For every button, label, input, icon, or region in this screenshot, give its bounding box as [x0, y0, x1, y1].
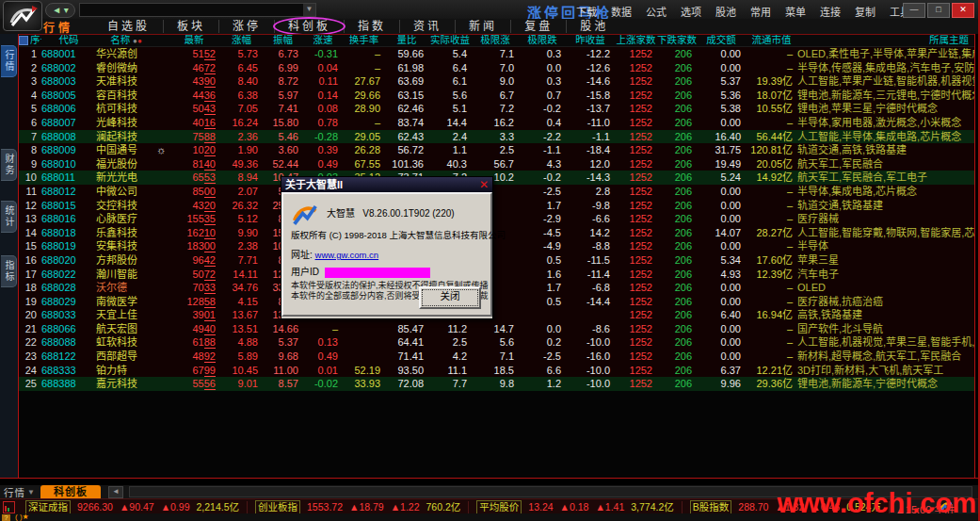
cell: -14.3	[566, 171, 615, 185]
table-row[interactable]: 11688012中微公司85002.075.74-2.52.812522060.…	[19, 185, 974, 199]
nav-tab-8[interactable]: 股池	[567, 20, 621, 33]
col-header-9[interactable]: 量比	[385, 35, 428, 46]
table-row[interactable]: 9688010福光股份814049.3652.440.4967.55101.36…	[19, 157, 974, 171]
cell: 6553	[168, 171, 220, 185]
table-row[interactable]: 25688388嘉元科技55569.018.57-0.0233.9372.087…	[19, 377, 974, 391]
nav-tab-6[interactable]: 新闻	[456, 20, 511, 33]
col-header-3[interactable]	[156, 35, 168, 46]
col-header-7[interactable]: 涨速	[303, 35, 343, 46]
col-header-14[interactable]: 上涨家数	[615, 35, 657, 46]
side-tab-3[interactable]: 指标	[1, 255, 17, 287]
index-value: 9266.30	[77, 501, 113, 513]
cell: 206	[657, 335, 697, 350]
table-row[interactable]: 13688016心脉医疗155355.128.80-2.9-6.61252206…	[19, 212, 974, 226]
menu-item-3[interactable]: 选项	[681, 4, 701, 19]
cell: -2.9	[519, 212, 566, 226]
col-header-16[interactable]: 成交额	[697, 35, 746, 46]
col-header-15[interactable]: 下跌家数	[657, 35, 697, 46]
side-tab-2[interactable]: 统计	[1, 201, 17, 233]
menu-item-0[interactable]: 下载	[576, 4, 597, 19]
nav-tab-1[interactable]: 板块	[164, 20, 219, 33]
col-header-11[interactable]: 极限涨	[472, 35, 519, 46]
nav-tab-0[interactable]: 自选股	[94, 20, 164, 33]
back-button[interactable]: ◄ ▾	[45, 3, 75, 18]
col-header-4[interactable]: 最新	[168, 35, 220, 46]
nav-tab-5[interactable]: 资讯	[400, 20, 456, 33]
cell: OLED,柔性电子,半导体,苹果产业链,集成电路,苹果三星	[797, 47, 974, 61]
table-row[interactable]: 6688007光峰科技401616.2415.800.78–83.7414.41…	[19, 116, 974, 130]
table-row[interactable]: 21688066航天宏图494013.5114.66–85.4711.214.7…	[19, 322, 974, 336]
table-row[interactable]: 18688028沃尔德703334.7633.011.7-6.812522060…	[19, 281, 974, 295]
table-row[interactable]: 22688088虹软科技61884.885.370.1364.412.55.60…	[19, 335, 974, 350]
nav-tab-4[interactable]: 指数	[345, 20, 400, 33]
cell: 688388	[41, 377, 96, 391]
index-group-0[interactable]: 深证成指9266.30▲90.47▲0.992,214.5亿	[18, 501, 248, 513]
table-row[interactable]: 23688122西部超导48925.899.680.4971.414.27.1-…	[19, 350, 974, 364]
table-row[interactable]: 7688008澜起科技75882.365.46-0.2829.0562.432.…	[19, 130, 974, 144]
table-row[interactable]: 20688033天宜上佳390113.6713.6912522066.4016.…	[19, 308, 974, 322]
col-header-1[interactable]: 代码	[41, 35, 96, 46]
scroll-left-icon[interactable]: ◄	[108, 486, 123, 498]
index-group-2[interactable]: 平均股价13.24▲0.18▲1.413,774.2亿	[469, 501, 683, 513]
menu-item-8[interactable]: 复制	[855, 4, 876, 19]
table-row[interactable]: 4688005容百科技44366.385.970.1429.6663.155.6…	[19, 89, 974, 103]
side-tab-0[interactable]: 行情	[1, 45, 17, 77]
dialog-title-bar[interactable]: 关于大智慧II ✕	[281, 177, 492, 192]
col-header-10[interactable]: 实际收益	[428, 35, 472, 46]
col-header-2[interactable]: 名称 ●●	[96, 35, 156, 46]
menu-item-2[interactable]: 公式	[646, 4, 667, 19]
table-row[interactable]: 15688019安集科技183002.3810.55-4.9-8.8125220…	[19, 239, 974, 253]
dialog-close-button[interactable]: 关闭	[419, 286, 481, 309]
cell: 医疗器械,抗癌治癌	[797, 295, 974, 309]
help-icon[interactable]: ?	[2, 514, 10, 521]
chevron-down-icon[interactable]: ▼	[303, 4, 315, 16]
table-row[interactable]: 10688011新光光电65538.9410.47-0.0335.1273.71…	[19, 171, 974, 185]
col-header-6[interactable]: 振幅	[263, 35, 303, 46]
table-row[interactable]: 8688009中国通号☼10201.903.600.3926.2856.721.…	[19, 143, 974, 157]
col-header-12[interactable]: 极限跌	[519, 35, 566, 46]
cell: 4.3	[519, 157, 566, 171]
table-row[interactable]: 24688333铂力特679910.4511.000.0152.1993.501…	[19, 364, 974, 378]
cell: -0.02	[303, 377, 343, 391]
col-header-0[interactable]: 序号★	[19, 35, 41, 46]
table-row[interactable]: 5688006杭可科技50437.057.410.0828.9062.465.1…	[19, 102, 974, 116]
nav-tab-7[interactable]: 复盘	[511, 20, 567, 33]
nav-tab-3[interactable]: 科创板	[275, 20, 345, 33]
stock-search-combobox[interactable]: ▼	[79, 3, 316, 17]
menu-item-1[interactable]: 数据	[611, 4, 632, 19]
cell: 11.1	[428, 364, 472, 378]
dialog-close-icon[interactable]: ✕	[479, 177, 489, 192]
menu-item-7[interactable]: 连接	[820, 4, 841, 19]
table-row[interactable]: 3688003天准科技43908.408.720.1127.6763.696.1…	[19, 74, 974, 89]
bottom-quotes-label[interactable]: 行情	[4, 485, 25, 499]
table-row[interactable]: 2688002睿创微纳46726.456.990.04–61.986.47.00…	[19, 61, 974, 75]
close-button[interactable]: ✕	[952, 3, 974, 18]
minimize-button[interactable]: —	[903, 3, 925, 18]
cell: 0.13	[303, 335, 343, 350]
table-row[interactable]: 12688015交控科技432026.3225.501.7-9.81252206…	[19, 199, 974, 213]
col-header-5[interactable]: 涨幅	[220, 35, 263, 46]
cell: 206	[657, 308, 697, 322]
nav-home-quotes[interactable]: 行情	[43, 19, 73, 35]
mini-chart-icon[interactable]	[3, 501, 15, 513]
menu-item-5[interactable]: 常用	[750, 4, 771, 19]
tab-star-market[interactable]: 科创板	[40, 485, 101, 498]
nav-tab-2[interactable]: 涨停	[219, 20, 275, 33]
col-header-8[interactable]: 换手率	[343, 35, 385, 46]
chevron-down-icon[interactable]: ▼	[27, 488, 35, 497]
table-row[interactable]: 17688022瀚川智能507214.1112.761.6-11.4125220…	[19, 268, 974, 282]
col-header-17[interactable]: 流通市值	[746, 35, 797, 46]
table-row[interactable]: 1688001华兴源创51525.736.73-0.31–59.665.47.1…	[19, 47, 974, 61]
col-header-13[interactable]: 昨收益	[566, 35, 615, 46]
dialog-url-link[interactable]: www.gw.com.cn	[315, 250, 379, 260]
table-row[interactable]: 19688029南微医学128584.158.900.5-14.41252206…	[19, 295, 974, 309]
table-row[interactable]: 16688020方邦股份96427.718.240.5-11.512522065…	[19, 253, 974, 268]
side-tab-1[interactable]: 财务	[1, 149, 17, 181]
index-group-1[interactable]: 创业板指1553.72▲18.79▲1.22760.2亿	[248, 501, 469, 513]
menu-item-6[interactable]: 菜单	[785, 4, 806, 19]
col-header-18[interactable]: 所属主题	[797, 35, 974, 46]
cell: 汽车电子	[797, 268, 974, 282]
menu-item-4[interactable]: 股池	[715, 4, 736, 19]
maximize-button[interactable]: □	[927, 3, 950, 18]
cell: 0.3	[519, 47, 566, 61]
